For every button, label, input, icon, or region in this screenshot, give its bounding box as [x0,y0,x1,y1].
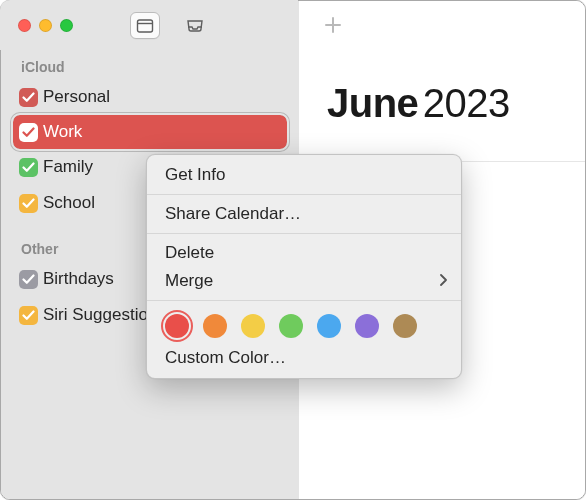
color-swatch-yellow[interactable] [241,314,265,338]
menu-share-calendar[interactable]: Share Calendar… [147,200,461,228]
checkbox-icon[interactable] [19,306,38,325]
section-header-icloud: iCloud [1,51,299,79]
menu-separator [147,194,461,195]
checkbox-icon[interactable] [19,194,38,213]
year-label: 2023 [423,81,510,125]
color-swatch-purple[interactable] [355,314,379,338]
plus-icon [324,16,342,34]
inbox-button[interactable] [180,12,210,39]
menu-merge-label: Merge [165,271,213,291]
calendar-label: Work [43,122,82,142]
month-heading: June 2023 [299,51,585,126]
checkbox-icon[interactable] [19,88,38,107]
menu-delete[interactable]: Delete [147,239,461,267]
menu-merge[interactable]: Merge [147,267,461,295]
add-event-button[interactable] [324,12,342,40]
color-swatch-green[interactable] [279,314,303,338]
calendar-label: Personal [43,87,110,107]
checkbox-icon[interactable] [19,270,38,289]
color-swatch-red[interactable] [165,314,189,338]
menu-custom-color[interactable]: Custom Color… [147,344,461,372]
checkbox-icon[interactable] [19,123,38,142]
close-button[interactable] [18,19,31,32]
zoom-button[interactable] [60,19,73,32]
calendars-toggle-button[interactable] [130,12,160,39]
menu-separator [147,233,461,234]
calendar-context-menu[interactable]: Get Info Share Calendar… Delete Merge Cu… [146,154,462,379]
calendar-label: Family [43,157,93,177]
color-swatch-orange[interactable] [203,314,227,338]
chevron-right-icon [439,272,447,290]
inbox-icon [186,18,204,33]
window-controls [18,19,73,32]
sidebar-item-work[interactable]: Work [13,115,287,149]
main-toolbar [299,1,585,51]
menu-get-info[interactable]: Get Info [147,161,461,189]
minimize-button[interactable] [39,19,52,32]
calendar-icon [136,18,154,33]
calendar-label: School [43,193,95,213]
color-picker-row [147,306,461,344]
menu-separator [147,300,461,301]
sidebar-item-personal[interactable]: Personal [1,79,299,115]
month-label: June [327,81,418,125]
color-swatch-blue[interactable] [317,314,341,338]
color-swatch-brown[interactable] [393,314,417,338]
calendar-label: Birthdays [43,269,114,289]
toolbar [130,0,210,50]
checkbox-icon[interactable] [19,158,38,177]
svg-rect-0 [138,20,153,32]
